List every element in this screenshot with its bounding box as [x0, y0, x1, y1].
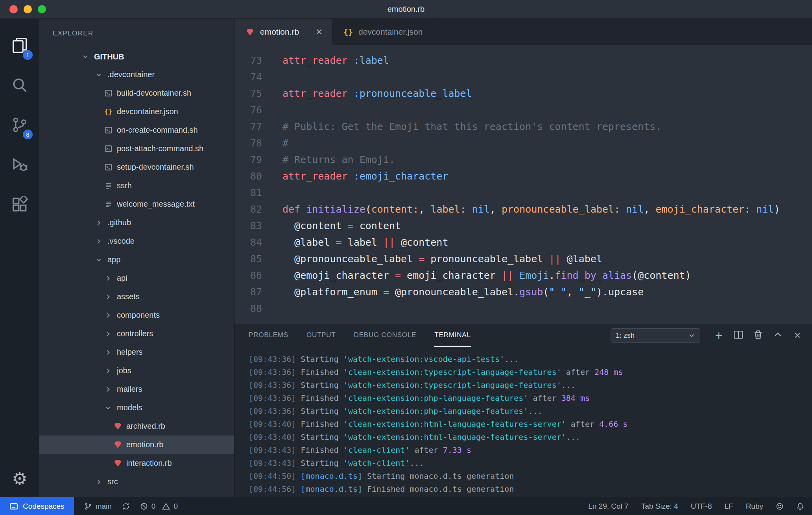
minimize-window-button[interactable]	[24, 5, 32, 13]
tree-item-label: post-attach-command.sh	[117, 144, 203, 153]
tree-item-label: archived.rb	[126, 422, 165, 431]
code-text: @emoji_character = emoji_character || Em…	[262, 270, 691, 281]
close-window-button[interactable]	[9, 5, 18, 13]
line-number: 77	[234, 121, 262, 132]
tree-file-archived.rb[interactable]: archived.rb	[39, 417, 234, 435]
code-line-87: 87 @platform_enum = @pronounceable_label…	[234, 283, 812, 300]
activity-bar: 1 8	[0, 19, 39, 497]
panel-tab-output[interactable]: OUTPUT	[306, 324, 336, 347]
tree-folder-.vscode[interactable]: .vscode	[39, 232, 234, 250]
tree-folder-jobs[interactable]: jobs	[39, 361, 234, 380]
tree-file-devcontainer.json[interactable]: {}devcontainer.json	[39, 102, 234, 121]
tree-folder-app[interactable]: app	[39, 250, 234, 269]
tree-file-setup-devcontainer.sh[interactable]: setup-devcontainer.sh	[39, 158, 234, 176]
chevron-down-icon	[80, 53, 90, 61]
status-item-ruby[interactable]: Ruby	[746, 502, 763, 511]
sync-changes-button[interactable]	[122, 502, 130, 510]
remote-indicator-codespaces[interactable]: Codespaces	[0, 497, 74, 515]
tree-file-post-attach-command.sh[interactable]: post-attach-command.sh	[39, 139, 234, 158]
tree-file-welcome_message.txt[interactable]: welcome_message.txt	[39, 195, 234, 213]
notifications-button[interactable]	[796, 502, 804, 510]
code-text: @content = content	[262, 220, 401, 232]
extensions-icon	[11, 196, 28, 215]
terminal-line: [09:43:36] Starting 'watch-extension:php…	[249, 404, 812, 417]
tree-item-label: devcontainer.json	[117, 107, 178, 116]
close-panel-button[interactable]: ×	[789, 328, 806, 343]
status-item-utf-8[interactable]: UTF-8	[691, 502, 712, 511]
code-line-75: 75attr_reader :pronounceable_label	[234, 85, 812, 102]
panel-controls: 1: zsh +	[611, 328, 806, 343]
new-terminal-button[interactable]: +	[710, 328, 727, 343]
tab-label: devcontainer.json	[358, 27, 423, 37]
terminal-line: [09:43:36] Finished 'clean-extension:typ…	[249, 365, 812, 378]
terminal-shell-selector[interactable]: 1: zsh	[611, 328, 700, 343]
window-title: emotion.rb	[388, 5, 425, 14]
activity-run-debug-button[interactable]	[0, 145, 39, 185]
tree-item-label: ssrh	[117, 181, 132, 190]
panel-tab-problems[interactable]: PROBLEMS	[249, 324, 288, 347]
panel-tab-debug-console[interactable]: DEBUG CONSOLE	[354, 324, 417, 347]
terminal-output[interactable]: [09:43:36] Starting 'watch-extension:vsc…	[234, 347, 812, 495]
status-item-tab-size-4[interactable]: Tab Size: 4	[641, 502, 678, 511]
tree-file-build-devcontainer.sh[interactable]: build-devcontainer.sh	[39, 84, 234, 102]
panel-tab-terminal[interactable]: TERMINAL	[434, 324, 471, 347]
activity-extensions-button[interactable]	[0, 185, 39, 225]
maximize-panel-button[interactable]	[770, 328, 786, 343]
chevron-up-icon	[773, 330, 783, 341]
feedback-button[interactable]	[776, 502, 784, 510]
problems-indicator[interactable]: 0 0	[140, 502, 178, 511]
tree-file-on-create-command.sh[interactable]: on-create-command.sh	[39, 121, 234, 139]
chevron-down-icon	[94, 71, 104, 79]
settings-button[interactable]: ⚙	[0, 459, 39, 497]
activity-explorer-button[interactable]: 1	[0, 26, 39, 66]
tree-folder-components[interactable]: components	[39, 306, 234, 324]
gear-icon: ⚙	[12, 469, 27, 489]
tree-file-ssrh[interactable]: ssrh	[39, 176, 234, 195]
tree-folder-src[interactable]: src	[39, 472, 234, 491]
tree-folder-controllers[interactable]: controllers	[39, 324, 234, 343]
tree-folder-mailers[interactable]: mailers	[39, 380, 234, 398]
tree-root-github[interactable]: GITHUB	[39, 48, 234, 65]
activity-source-control-button[interactable]: 8	[0, 106, 39, 145]
tree-item-label: interaction.rb	[126, 459, 172, 468]
code-line-81: 81	[234, 184, 812, 201]
tree-folder-.devcontainer[interactable]: .devcontainer	[39, 65, 234, 84]
tree-folder-api[interactable]: api	[39, 269, 234, 287]
tree-folder-helpers[interactable]: helpers	[39, 343, 234, 361]
kill-terminal-button[interactable]	[750, 328, 766, 343]
tree-folder-assets[interactable]: assets	[39, 287, 234, 306]
line-number: 88	[234, 303, 262, 314]
tree-folder-models[interactable]: models	[39, 398, 234, 417]
line-number: 81	[234, 187, 262, 198]
chevron-down-icon	[94, 256, 104, 264]
activity-search-button[interactable]	[0, 66, 39, 106]
code-area[interactable]: 73attr_reader :label7475attr_reader :pro…	[234, 45, 812, 324]
chevron-right-icon	[103, 330, 113, 338]
line-number: 82	[234, 204, 262, 215]
status-item-lf[interactable]: LF	[724, 502, 733, 511]
editor-group: emotion.rb×{}devcontainer.json 73attr_re…	[234, 19, 812, 497]
split-terminal-button[interactable]	[730, 328, 747, 343]
status-item-ln-29-col-7[interactable]: Ln 29, Col 7	[588, 502, 628, 511]
tree-item-label: setup-devcontainer.sh	[117, 163, 194, 172]
tree-file-interaction.rb[interactable]: interaction.rb	[39, 454, 234, 472]
code-line-86: 86 @emoji_character = emoji_character ||…	[234, 267, 812, 283]
chevron-right-icon	[94, 219, 104, 227]
line-number: 80	[234, 170, 262, 182]
shell-file-icon	[103, 163, 113, 171]
ruby-file-icon	[113, 459, 123, 467]
branch-indicator[interactable]: main	[84, 502, 112, 511]
error-icon	[140, 502, 148, 510]
chevron-right-icon	[103, 293, 113, 301]
code-text: @label = label || @content	[262, 237, 448, 248]
maximize-window-button[interactable]	[38, 5, 46, 13]
tree-folder-.github[interactable]: .github	[39, 213, 234, 232]
close-icon[interactable]: ×	[316, 27, 322, 37]
tab-devcontainer.json[interactable]: {}devcontainer.json	[333, 19, 433, 45]
line-number: 83	[234, 220, 262, 232]
tree-file-emotion.rb[interactable]: emotion.rb	[39, 435, 234, 454]
text-file-icon	[103, 200, 113, 208]
bottom-panel: PROBLEMSOUTPUTDEBUG CONSOLETERMINAL 1: z…	[234, 324, 812, 497]
tab-emotion.rb[interactable]: emotion.rb×	[234, 19, 333, 45]
tree-item-label: app	[107, 255, 120, 264]
